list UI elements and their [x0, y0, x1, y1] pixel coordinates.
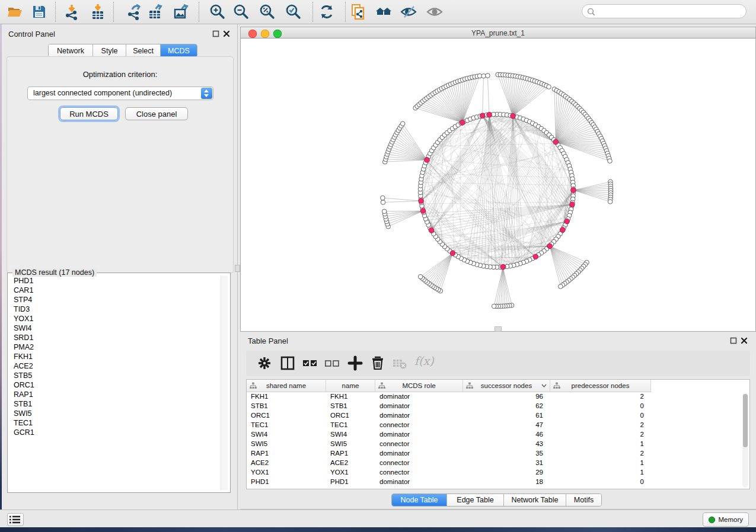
- vertical-splitter-handle[interactable]: [235, 265, 240, 272]
- cell-mcds_role[interactable]: connector: [375, 421, 463, 430]
- graph-mcds-hub-node[interactable]: [553, 139, 559, 145]
- zoom-selected-icon[interactable]: [285, 4, 301, 20]
- import-network-icon[interactable]: [63, 4, 80, 20]
- cell-shared_name[interactable]: YOX1: [247, 468, 326, 477]
- mcds-result-item[interactable]: YOX1: [8, 314, 222, 323]
- search-input[interactable]: [599, 6, 744, 18]
- cell-successor_nodes[interactable]: 18: [463, 477, 550, 487]
- cell-mcds_role[interactable]: dominator: [375, 402, 463, 411]
- cell-mcds_role[interactable]: dominator: [375, 392, 463, 402]
- cell-successor_nodes[interactable]: 47: [463, 421, 550, 430]
- graph-mcds-hub-node[interactable]: [560, 227, 566, 233]
- mcds-result-item[interactable]: STB1: [8, 399, 222, 409]
- graph-mcds-hub-node[interactable]: [419, 198, 424, 204]
- cell-predecessor_nodes[interactable]: 1: [550, 459, 651, 468]
- table-row-ORC1[interactable]: ORC1ORC1dominator610: [247, 411, 742, 421]
- cell-mcds_role[interactable]: dominator: [375, 477, 463, 487]
- graph-leaf-node[interactable]: [418, 274, 423, 279]
- graph-leaf-node[interactable]: [400, 121, 405, 126]
- cell-predecessor_nodes[interactable]: 1: [550, 440, 651, 449]
- graph-leaf-node[interactable]: [608, 200, 613, 204]
- delete-columns-icon[interactable]: [370, 355, 385, 371]
- graph-mcds-hub-node[interactable]: [487, 112, 492, 117]
- control-panel-tab-select[interactable]: Select: [126, 44, 161, 57]
- cell-predecessor_nodes[interactable]: 2: [550, 449, 651, 459]
- graph-leaf-node[interactable]: [608, 159, 613, 164]
- cell-predecessor_nodes[interactable]: 0: [550, 411, 651, 421]
- hide-selected-icon[interactable]: [400, 4, 417, 20]
- mcds-result-item[interactable]: RAP1: [8, 390, 222, 399]
- mcds-result-item[interactable]: TEC1: [8, 418, 222, 428]
- cell-mcds_role[interactable]: dominator: [375, 411, 463, 421]
- mcds-result-item[interactable]: PMA2: [8, 342, 222, 352]
- mcds-result-item[interactable]: GCR1: [8, 428, 222, 437]
- cell-successor_nodes[interactable]: 62: [463, 402, 550, 411]
- import-table-icon[interactable]: [90, 4, 106, 20]
- cell-name[interactable]: TEC1: [326, 421, 375, 430]
- zoom-out-icon[interactable]: [232, 4, 249, 20]
- graph-mcds-hub-node[interactable]: [570, 202, 575, 207]
- cell-predecessor_nodes[interactable]: 0: [550, 402, 651, 411]
- graph-mcds-hub-node[interactable]: [420, 209, 426, 214]
- cell-shared_name[interactable]: STB1: [247, 402, 326, 411]
- float-panel-icon[interactable]: [730, 337, 737, 344]
- table-panel-tab-edge-table[interactable]: Edge Table: [447, 494, 504, 506]
- column-header-predecessor-nodes[interactable]: predecessor nodes: [550, 380, 651, 392]
- cell-successor_nodes[interactable]: 29: [463, 468, 550, 477]
- cell-mcds_role[interactable]: connector: [375, 440, 463, 449]
- cell-name[interactable]: PHD1: [326, 477, 375, 487]
- cell-shared_name[interactable]: ORC1: [247, 411, 326, 421]
- show-hidden-icon[interactable]: [426, 4, 443, 20]
- export-table-icon[interactable]: [148, 4, 164, 20]
- show-panels-list-button[interactable]: [7, 513, 24, 526]
- cell-shared_name[interactable]: SWI5: [247, 440, 326, 449]
- mcds-result-item[interactable]: SRD1: [8, 333, 222, 342]
- cell-predecessor_nodes[interactable]: 2: [550, 421, 651, 430]
- graph-mcds-hub-node[interactable]: [547, 243, 553, 249]
- control-panel-tab-mcds[interactable]: MCDS: [161, 44, 197, 57]
- cell-name[interactable]: SWI5: [326, 440, 375, 449]
- cell-mcds_role[interactable]: dominator: [375, 449, 463, 459]
- new-network-from-selection-icon[interactable]: [350, 4, 366, 20]
- graph-leaf-node[interactable]: [486, 73, 490, 78]
- horizontal-splitter-handle[interactable]: [495, 326, 502, 332]
- graph-mcds-hub-node[interactable]: [511, 114, 516, 119]
- cell-successor_nodes[interactable]: 46: [463, 430, 550, 440]
- table-scrollbar-thumb[interactable]: [743, 394, 748, 447]
- table-row-SWI5[interactable]: SWI5SWI5connector431: [247, 440, 742, 449]
- close-panel-button[interactable]: Close panel: [125, 107, 188, 120]
- cell-shared_name[interactable]: RAP1: [247, 449, 326, 459]
- graph-mcds-hub-node[interactable]: [564, 219, 570, 224]
- table-row-FKH1[interactable]: FKH1FKH1dominator962: [247, 392, 742, 402]
- mcds-result-item[interactable]: SWI5: [8, 409, 222, 418]
- cell-name[interactable]: RAP1: [326, 449, 375, 459]
- table-row-RAP1[interactable]: RAP1RAP1dominator352: [247, 449, 742, 459]
- mcds-result-item[interactable]: CAR1: [8, 286, 222, 295]
- mcds-result-item[interactable]: FKH1: [8, 352, 222, 361]
- cell-mcds_role[interactable]: dominator: [375, 430, 463, 440]
- select-all-checkboxes-icon[interactable]: [302, 355, 318, 371]
- table-row-ACE2[interactable]: ACE2ACE2connector311: [247, 459, 742, 468]
- graph-mcds-hub-node[interactable]: [480, 113, 485, 118]
- table-panel-tab-network-table[interactable]: Network Table: [504, 494, 566, 506]
- export-image-icon[interactable]: [173, 4, 190, 20]
- cell-mcds_role[interactable]: connector: [375, 468, 463, 477]
- show-columns-icon[interactable]: [280, 355, 295, 371]
- run-mcds-button[interactable]: Run MCDS: [60, 107, 118, 120]
- graph-mcds-hub-node[interactable]: [450, 251, 455, 256]
- destroy-table-icon[interactable]: [392, 355, 407, 371]
- network-canvas[interactable]: [240, 39, 756, 332]
- cell-predecessor_nodes[interactable]: 2: [550, 392, 651, 402]
- cell-name[interactable]: SWI4: [326, 430, 375, 440]
- column-header-name[interactable]: name: [326, 380, 375, 392]
- criterion-dropdown[interactable]: largest connected component (undirected): [27, 86, 213, 100]
- mcds-result-item[interactable]: PHD1: [8, 276, 222, 286]
- table-row-YOX1[interactable]: YOX1YOX1connector291: [247, 468, 742, 477]
- export-network-icon[interactable]: [126, 4, 142, 20]
- memory-button[interactable]: Memory: [703, 512, 749, 527]
- float-panel-icon[interactable]: [212, 30, 219, 37]
- cell-successor_nodes[interactable]: 96: [463, 392, 550, 402]
- cell-successor_nodes[interactable]: 35: [463, 449, 550, 459]
- graph-leaf-node[interactable]: [381, 196, 385, 200]
- cell-successor_nodes[interactable]: 43: [463, 440, 550, 449]
